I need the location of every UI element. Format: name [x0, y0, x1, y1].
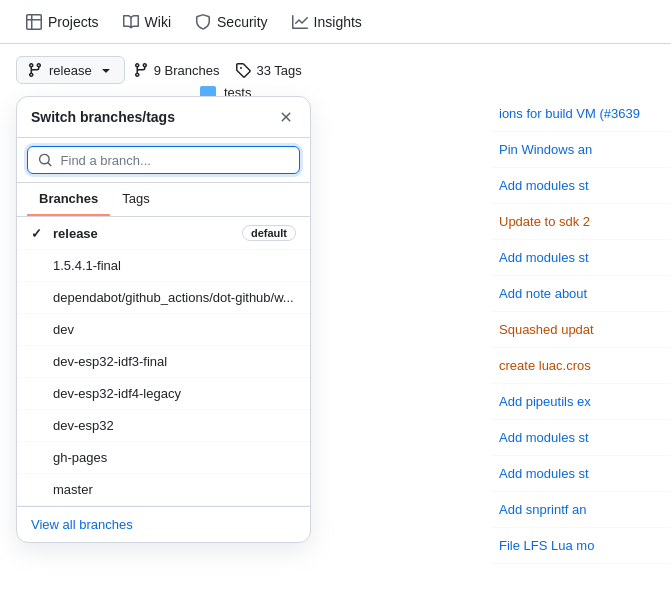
nav-item-insights[interactable]: Insights: [282, 8, 372, 36]
branch-icon: [27, 62, 43, 78]
branch-name: 1.5.4.1-final: [53, 258, 121, 273]
tab-branches[interactable]: Branches: [27, 183, 110, 216]
branch-list-item[interactable]: gh-pages: [17, 442, 310, 474]
branch-name: dev-esp32: [53, 418, 114, 433]
branch-row: release 9 Branches 33 Tags: [16, 56, 655, 84]
search-wrapper: [17, 138, 310, 183]
close-icon: [278, 109, 294, 125]
commit-item[interactable]: Add modules st: [491, 420, 671, 456]
dropdown-title: Switch branches/tags: [31, 109, 175, 125]
nav-item-security[interactable]: Security: [185, 8, 278, 36]
commit-item[interactable]: Squashed updat: [491, 312, 671, 348]
commit-item[interactable]: Add snprintf an: [491, 492, 671, 528]
commit-item[interactable]: Add modules st: [491, 240, 671, 276]
nav-item-projects[interactable]: Projects: [16, 8, 109, 36]
table-icon: [26, 14, 42, 30]
commit-item[interactable]: Update to sdk 2: [491, 204, 671, 240]
branch-list-item[interactable]: 1.5.4.1-final: [17, 250, 310, 282]
commit-item[interactable]: Add note about: [491, 276, 671, 312]
tags-link[interactable]: 33 Tags: [235, 62, 301, 78]
commit-item[interactable]: create luac.cros: [491, 348, 671, 384]
branch-name: master: [53, 482, 93, 497]
branch-list-item[interactable]: ✓releasedefault: [17, 217, 310, 250]
tag-icon: [235, 62, 251, 78]
branch-name: gh-pages: [53, 450, 107, 465]
nav-label-security: Security: [217, 14, 268, 30]
tags-count-label: 33 Tags: [256, 63, 301, 78]
commit-item[interactable]: Add pipeutils ex: [491, 384, 671, 420]
check-icon: ✓: [31, 226, 47, 241]
nav-label-wiki: Wiki: [145, 14, 171, 30]
main-area: release 9 Branches 33 Tags Switch branc: [0, 44, 671, 108]
branch-list-item[interactable]: dev-esp32-idf3-final: [17, 346, 310, 378]
commit-item[interactable]: Add modules st: [491, 168, 671, 204]
branches-link[interactable]: 9 Branches: [133, 62, 220, 78]
search-input[interactable]: [61, 153, 289, 168]
view-all-branches-link[interactable]: View all branches: [17, 506, 310, 542]
graph-icon: [292, 14, 308, 30]
branch-name: release: [53, 226, 98, 241]
commit-item[interactable]: Add modules st: [491, 456, 671, 492]
shield-icon: [195, 14, 211, 30]
tab-tags[interactable]: Tags: [110, 183, 161, 216]
nav-label-insights: Insights: [314, 14, 362, 30]
chevron-down-icon: [98, 62, 114, 78]
commit-list: ions for build VM (#3639Pin Windows anAd…: [491, 96, 671, 564]
branch-selector-button[interactable]: release: [16, 56, 125, 84]
dropdown-header: Switch branches/tags: [17, 97, 310, 138]
branch-list-item[interactable]: dev: [17, 314, 310, 346]
branch-list-item[interactable]: dev-esp32: [17, 410, 310, 442]
branch-list: ✓releasedefault1.5.4.1-finaldependabot/g…: [17, 217, 310, 506]
branch-name: dev-esp32-idf3-final: [53, 354, 167, 369]
commit-item[interactable]: File LFS Lua mo: [491, 528, 671, 564]
branch-meta: 9 Branches 33 Tags: [133, 62, 302, 78]
branch-list-item[interactable]: master: [17, 474, 310, 506]
default-badge: default: [242, 225, 296, 241]
search-input-container: [27, 146, 300, 174]
search-icon: [38, 152, 53, 168]
branch-name: dev-esp32-idf4-legacy: [53, 386, 181, 401]
branches-count-label: 9 Branches: [154, 63, 220, 78]
branch-list-item[interactable]: dependabot/github_actions/dot-github/w..…: [17, 282, 310, 314]
nav-item-wiki[interactable]: Wiki: [113, 8, 181, 36]
current-branch-label: release: [49, 63, 92, 78]
branch-list-item[interactable]: dev-esp32-idf4-legacy: [17, 378, 310, 410]
commit-item[interactable]: ions for build VM (#3639: [491, 96, 671, 132]
branch-dropdown: Switch branches/tags Branches Tags ✓rele…: [16, 96, 311, 543]
close-dropdown-button[interactable]: [276, 107, 296, 127]
commit-item[interactable]: Pin Windows an: [491, 132, 671, 168]
branch-name: dependabot/github_actions/dot-github/w..…: [53, 290, 294, 305]
book-icon: [123, 14, 139, 30]
branch-name: dev: [53, 322, 74, 337]
top-nav: Projects Wiki Security Insights: [0, 0, 671, 44]
tabs-row: Branches Tags: [17, 183, 310, 217]
branch-count-icon: [133, 62, 149, 78]
nav-label-projects: Projects: [48, 14, 99, 30]
